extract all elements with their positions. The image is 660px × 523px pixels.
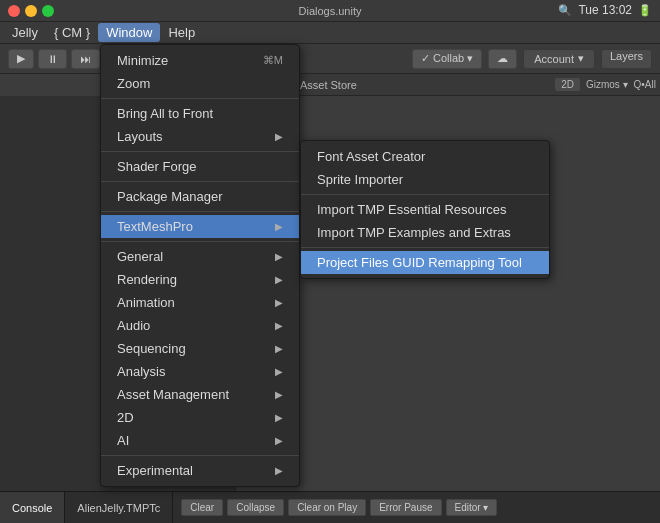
tmp-font-asset-creator[interactable]: Font Asset Creator bbox=[301, 145, 549, 168]
collab-button[interactable]: ✓ Collab ▾ bbox=[412, 49, 482, 69]
menu-bring-all[interactable]: Bring All to Front bbox=[101, 102, 299, 125]
separator-1 bbox=[101, 98, 299, 99]
pause-button[interactable]: ⏸ bbox=[38, 49, 67, 69]
search-icon[interactable]: 🔍 bbox=[558, 4, 572, 17]
menu-sequencing[interactable]: Sequencing ▶ bbox=[101, 337, 299, 360]
pause-icon: ⏸ bbox=[47, 53, 58, 65]
toolbar-right-section: ✓ Collab ▾ ☁ Account ▾ Layers bbox=[412, 49, 652, 69]
window-controls bbox=[8, 5, 54, 17]
menu-layouts[interactable]: Layouts ▶ bbox=[101, 125, 299, 148]
tmp-guid-remapping[interactable]: Project Files GUID Remapping Tool bbox=[301, 251, 549, 274]
menu-package-manager[interactable]: Package Manager bbox=[101, 185, 299, 208]
layers-label: Layers bbox=[610, 50, 643, 62]
menu-animation[interactable]: Animation ▶ bbox=[101, 291, 299, 314]
collapse-button[interactable]: Collapse bbox=[227, 499, 284, 516]
menu-shader-forge[interactable]: Shader Forge bbox=[101, 155, 299, 178]
layers-button[interactable]: Layers bbox=[601, 49, 652, 69]
menu-2d[interactable]: 2D ▶ bbox=[101, 406, 299, 429]
clock: Tue 13:02 bbox=[578, 3, 632, 17]
menu-textmeshpro[interactable]: TextMeshPro ▶ bbox=[101, 215, 299, 238]
separator-4 bbox=[101, 211, 299, 212]
alien-jelly-label: AlienJelly.TMPTc bbox=[77, 502, 160, 514]
all-objects-dropdown[interactable]: Q•All bbox=[634, 79, 656, 90]
battery-icon: 🔋 bbox=[638, 4, 652, 17]
sequencing-arrow: ▶ bbox=[275, 343, 283, 354]
tmp-sep-2 bbox=[301, 247, 549, 248]
account-button[interactable]: Account ▾ bbox=[523, 49, 595, 69]
rendering-arrow: ▶ bbox=[275, 274, 283, 285]
general-arrow: ▶ bbox=[275, 251, 283, 262]
menu-ai[interactable]: AI ▶ bbox=[101, 429, 299, 452]
console-tab-label: Console bbox=[12, 502, 52, 514]
layouts-arrow: ▶ bbox=[275, 131, 283, 142]
tmp-import-examples[interactable]: Import TMP Examples and Extras bbox=[301, 221, 549, 244]
tmp-sprite-importer[interactable]: Sprite Importer bbox=[301, 168, 549, 191]
asset-mgmt-arrow: ▶ bbox=[275, 389, 283, 400]
menu-asset-management[interactable]: Asset Management ▶ bbox=[101, 383, 299, 406]
asset-store-tab[interactable]: Asset Store bbox=[292, 77, 365, 93]
menu-experimental[interactable]: Experimental ▶ bbox=[101, 459, 299, 482]
menu-jelly[interactable]: Jelly bbox=[4, 23, 46, 42]
window-title: Dialogs.unity bbox=[299, 5, 362, 17]
separator-3 bbox=[101, 181, 299, 182]
error-pause-button[interactable]: Error Pause bbox=[370, 499, 441, 516]
menu-window[interactable]: Window bbox=[98, 23, 160, 42]
collab-checkmark: ✓ bbox=[421, 52, 430, 65]
play-button[interactable]: ▶ bbox=[8, 49, 34, 69]
menu-help[interactable]: Help bbox=[160, 23, 203, 42]
collab-label: Collab ▾ bbox=[433, 52, 473, 65]
menu-audio[interactable]: Audio ▶ bbox=[101, 314, 299, 337]
account-arrow: ▾ bbox=[578, 52, 584, 65]
console-bar: Console AlienJelly.TMPTc Clear Collapse … bbox=[0, 491, 660, 523]
unity-menubar: Jelly { CM } Window Help bbox=[0, 22, 660, 44]
menu-minimize[interactable]: Minimize ⌘M bbox=[101, 49, 299, 72]
tmp-import-essential[interactable]: Import TMP Essential Resources bbox=[301, 198, 549, 221]
play-icon: ▶ bbox=[17, 52, 25, 65]
menu-cm[interactable]: { CM } bbox=[46, 23, 98, 42]
close-button[interactable] bbox=[8, 5, 20, 17]
clear-on-play-button[interactable]: Clear on Play bbox=[288, 499, 366, 516]
separator-2 bbox=[101, 151, 299, 152]
menu-zoom[interactable]: Zoom bbox=[101, 72, 299, 95]
textmeshpro-submenu: Font Asset Creator Sprite Importer Impor… bbox=[300, 140, 550, 279]
ai-arrow: ▶ bbox=[275, 435, 283, 446]
window-menu: Minimize ⌘M Zoom Bring All to Front Layo… bbox=[100, 44, 300, 487]
step-button[interactable]: ⏭ bbox=[71, 49, 100, 69]
analysis-arrow: ▶ bbox=[275, 366, 283, 377]
experimental-arrow: ▶ bbox=[275, 465, 283, 476]
console-buttons: Clear Collapse Clear on Play Error Pause… bbox=[173, 499, 505, 516]
separator-6 bbox=[101, 455, 299, 456]
menu-rendering[interactable]: Rendering ▶ bbox=[101, 268, 299, 291]
unity-toolbar: ▶ ⏸ ⏭ ✓ Collab ▾ ☁ Account ▾ Layers bbox=[0, 44, 660, 74]
step-icon: ⏭ bbox=[80, 53, 91, 65]
minimize-button[interactable] bbox=[25, 5, 37, 17]
editor-dropdown-button[interactable]: Editor ▾ bbox=[446, 499, 498, 516]
console-tab[interactable]: Console bbox=[0, 492, 65, 523]
account-label: Account bbox=[534, 53, 574, 65]
tmp-sep-1 bbox=[301, 194, 549, 195]
audio-arrow: ▶ bbox=[275, 320, 283, 331]
separator-5 bbox=[101, 241, 299, 242]
cloud-button[interactable]: ☁ bbox=[488, 49, 517, 69]
menubar-right: 🔍 Tue 13:02 🔋 bbox=[558, 3, 652, 17]
2d-arrow: ▶ bbox=[275, 412, 283, 423]
clear-button[interactable]: Clear bbox=[181, 499, 223, 516]
alien-jelly-tab[interactable]: AlienJelly.TMPTc bbox=[65, 492, 173, 523]
menu-general[interactable]: General ▶ bbox=[101, 245, 299, 268]
animation-arrow: ▶ bbox=[275, 297, 283, 308]
tmp-arrow: ▶ bbox=[275, 221, 283, 232]
2d-button[interactable]: 2D bbox=[555, 78, 580, 91]
maximize-button[interactable] bbox=[42, 5, 54, 17]
gizmos-button[interactable]: Gizmos ▾ bbox=[586, 79, 628, 90]
cloud-icon: ☁ bbox=[497, 52, 508, 65]
mac-titlebar: Dialogs.unity 🔍 Tue 13:02 🔋 bbox=[0, 0, 660, 22]
menu-analysis[interactable]: Analysis ▶ bbox=[101, 360, 299, 383]
